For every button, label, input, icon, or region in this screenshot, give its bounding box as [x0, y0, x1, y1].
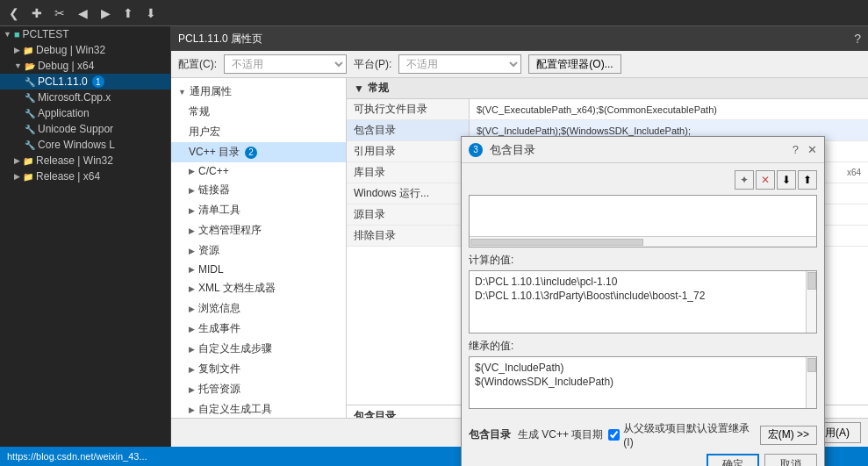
- prop-name-windows-runtime: Windows 运行...: [347, 183, 470, 204]
- config-select[interactable]: 不适用: [224, 54, 347, 74]
- sidebar-item-application[interactable]: 🔧 Application: [0, 105, 170, 121]
- macro-btn[interactable]: 宏(M) >>: [760, 426, 817, 445]
- prop-cat-vcpp-dirs[interactable]: VC++ 目录 2: [171, 142, 346, 162]
- dialog-hscrollbar[interactable]: [470, 236, 816, 247]
- toolbar-undo-btn[interactable]: ◀: [72, 3, 93, 24]
- cat-label: 浏览信息: [198, 301, 240, 316]
- prop-cat-linker[interactable]: ▶ 链接器: [171, 180, 346, 200]
- pcl-badge: 1: [92, 75, 104, 88]
- computed-label: 计算的值:: [469, 253, 817, 268]
- prop-cat-manifest[interactable]: ▶ 清单工具: [171, 200, 346, 220]
- toolbar-redo-btn[interactable]: ▶: [95, 3, 116, 24]
- dialog-edit-area[interactable]: [469, 195, 817, 247]
- prop-row-executable: 可执行文件目录 $(VC_ExecutablePath_x64);$(Commo…: [347, 99, 868, 120]
- dialog-movedown-btn[interactable]: ⬇: [777, 170, 796, 190]
- prop-cat-general[interactable]: 常规: [171, 102, 346, 122]
- prop-value-executable[interactable]: $(VC_ExecutablePath_x64);$(CommonExecuta…: [470, 99, 868, 119]
- sidebar-item-microsoftcpp[interactable]: 🔧 Microsoft.Cpp.x: [0, 90, 170, 105]
- dialog-title-bar: 3 包含目录 ? ✕: [462, 137, 824, 163]
- config-manager-btn[interactable]: 配置管理器(O)...: [528, 54, 621, 74]
- cat-label: 自定义生成工具: [198, 402, 272, 417]
- prop-cat-custom-tool[interactable]: ▶ 自定义生成工具: [171, 399, 346, 418]
- toolbar-back-btn[interactable]: ❮: [4, 3, 25, 24]
- sidebar-item-label: Release | x64: [36, 170, 100, 183]
- expand-icon: ▶: [189, 226, 195, 235]
- sidebar-item-debug-win32[interactable]: ▶ 📁 Debug | Win32: [0, 42, 170, 58]
- dialog-inherited-vscrollbar-thumb: [807, 358, 816, 372]
- cat-label: 通用属性: [190, 84, 232, 99]
- sidebar-item-release-x64[interactable]: ▶ 📁 Release | x64: [0, 168, 170, 184]
- prop-cat-custom-build[interactable]: ▶ 自定义生成步骤: [171, 339, 346, 359]
- prop-categories: ▼ 通用属性 常规 用户宏 VC++ 目录 2 ▶ C/: [171, 78, 347, 418]
- inherit-checkbox-label[interactable]: 从父级或项目默认设置继承(I): [608, 421, 752, 448]
- wrench-icon: 🔧: [25, 109, 35, 118]
- dialog-cancel-btn[interactable]: 取消: [764, 454, 817, 466]
- dialog-inherited-area: $(VC_IncludePath) $(WindowsSDK_IncludePa…: [469, 356, 817, 409]
- inherited-value-1: $(VC_IncludePath): [475, 361, 811, 375]
- expand-icon: ▶: [189, 284, 195, 293]
- dialog-badge: 3: [469, 143, 483, 157]
- dialog-computed-area: D:\PCL 1.10.1\include\pcl-1.10 D:\PCL 1.…: [469, 270, 817, 333]
- toolbar-up-btn[interactable]: ⬆: [118, 3, 139, 24]
- prop-cat-user[interactable]: 用户宏: [171, 122, 346, 142]
- prop-cat-midl[interactable]: ▶ MIDL: [171, 261, 346, 278]
- dialog-toolbar: ✦ ✕ ⬇ ⬆: [469, 170, 817, 190]
- dialog-delete-btn[interactable]: ✕: [756, 170, 775, 190]
- prop-cat-copy-files[interactable]: ▶ 复制文件: [171, 359, 346, 379]
- expand-icon: ▼: [4, 30, 11, 39]
- sidebar-item-pcltest[interactable]: ▼ ■ PCLTEST: [0, 26, 170, 42]
- include-dir-dialog: 3 包含目录 ? ✕ ✦ ✕ ⬇ ⬆ 计算的值: D:\PCL 1.10.1\i…: [461, 136, 825, 466]
- dialog-ok-btn[interactable]: 确定: [707, 454, 759, 466]
- folder-icon: 📂: [25, 61, 35, 71]
- sidebar-item-pcl110[interactable]: 🔧 PCL1.11.0 1: [0, 74, 170, 90]
- wrench-icon: 🔧: [25, 93, 35, 103]
- platform-select[interactable]: 不适用: [398, 54, 521, 74]
- dialog-inherited-vscrollbar[interactable]: [806, 357, 816, 408]
- prop-name-reference: 引用目录: [347, 141, 470, 161]
- prop-cat-common[interactable]: ▼ 通用属性: [171, 82, 346, 102]
- dialog-vscrollbar[interactable]: [806, 271, 816, 333]
- sidebar-item-label: Debug | x64: [38, 60, 95, 72]
- wrench-icon: 🔧: [25, 77, 35, 87]
- sidebar-item-release-win32[interactable]: ▶ 📁 Release | Win32: [0, 153, 170, 168]
- cat-label: XML 文档生成器: [198, 281, 276, 296]
- dialog-help-icon[interactable]: ?: [793, 143, 799, 156]
- sidebar-item-label: Release | Win32: [36, 154, 113, 167]
- toolbar-cut-btn[interactable]: ✂: [49, 3, 70, 24]
- expand-icon: ▶: [189, 167, 195, 176]
- prop-cat-resources[interactable]: ▶ 资源: [171, 240, 346, 261]
- prop-cat-xml-gen[interactable]: ▶ XML 文档生成器: [171, 278, 346, 298]
- prop-cat-cpp[interactable]: ▶ C/C++: [171, 162, 346, 180]
- project-icon: ■: [14, 29, 20, 39]
- prop-name-library: 库目录: [347, 162, 470, 183]
- dialog-edit-content: [470, 196, 816, 236]
- dialog-close-icon[interactable]: ✕: [807, 143, 817, 156]
- folder-icon: 📁: [23, 46, 33, 55]
- prop-cat-xml-data[interactable]: ▶ 文档管理程序: [171, 220, 346, 240]
- prop-cat-build-events[interactable]: ▶ 生成事件: [171, 319, 346, 339]
- cat-label: 自定义生成步骤: [198, 341, 272, 356]
- cat-label: 资源: [198, 243, 219, 258]
- footer-desc: 生成 VC++ 项目期: [518, 427, 603, 442]
- inherit-checkbox[interactable]: [608, 429, 620, 441]
- cat-label: 文档管理程序: [198, 223, 262, 238]
- vcpp-badge: 2: [245, 147, 257, 159]
- sidebar-item-label: Core Windows L: [38, 139, 115, 151]
- config-toolbar: 配置(C): 不适用 平台(P): 不适用 配置管理器(O)...: [171, 51, 868, 78]
- toolbar-add-btn[interactable]: ✚: [26, 3, 47, 24]
- prop-help-icon[interactable]: ?: [854, 32, 861, 46]
- folder-icon: 📁: [23, 156, 33, 166]
- dialog-add-btn[interactable]: ✦: [735, 170, 754, 190]
- prop-cat-browse[interactable]: ▶ 浏览信息: [171, 298, 346, 319]
- sidebar-item-corewindows[interactable]: 🔧 Core Windows L: [0, 137, 170, 153]
- prop-cat-refs[interactable]: ▶ 托管资源: [171, 379, 346, 399]
- sidebar-item-label: Unicode Suppor: [38, 123, 113, 135]
- expand-icon: ▶: [189, 186, 195, 195]
- dialog-hscrollbar-thumb: [470, 239, 643, 246]
- toolbar-down-btn[interactable]: ⬇: [140, 3, 161, 24]
- sidebar-item-debug-x64[interactable]: ▼ 📂 Debug | x64: [0, 58, 170, 74]
- cat-label: 复制文件: [198, 362, 240, 376]
- computed-value-2: D:\PCL 1.10.1\3rdParty\Boost\include\boo…: [475, 289, 811, 303]
- sidebar-item-unicode[interactable]: 🔧 Unicode Suppor: [0, 121, 170, 137]
- dialog-moveup-btn[interactable]: ⬆: [798, 170, 817, 190]
